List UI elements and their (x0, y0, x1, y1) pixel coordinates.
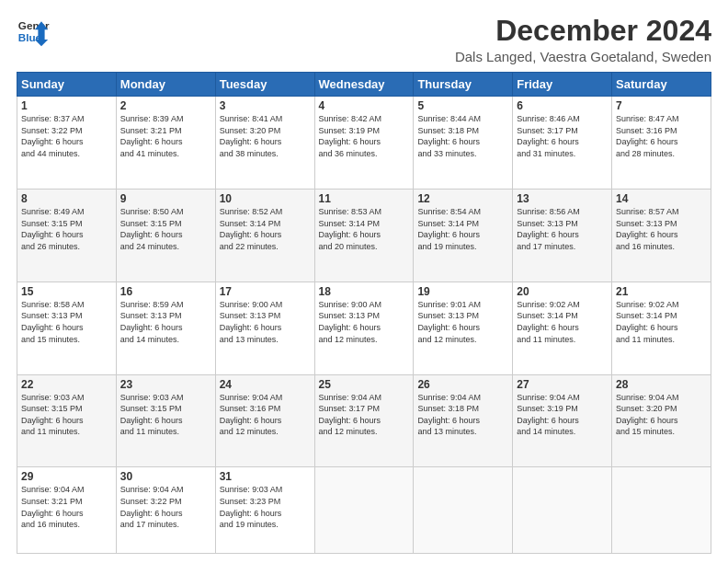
col-tuesday: Tuesday (215, 73, 314, 97)
day-info: Sunrise: 9:03 AM Sunset: 3:15 PM Dayligh… (21, 392, 112, 438)
table-row: 13Sunrise: 8:56 AM Sunset: 3:13 PM Dayli… (513, 190, 612, 282)
table-row (414, 467, 513, 554)
day-number: 1 (21, 99, 112, 112)
table-row: 5Sunrise: 8:44 AM Sunset: 3:18 PM Daylig… (414, 97, 513, 190)
col-thursday: Thursday (414, 73, 513, 97)
day-info: Sunrise: 9:04 AM Sunset: 3:19 PM Dayligh… (517, 392, 608, 438)
day-info: Sunrise: 8:56 AM Sunset: 3:13 PM Dayligh… (517, 206, 608, 252)
table-row: 12Sunrise: 8:54 AM Sunset: 3:14 PM Dayli… (414, 190, 513, 282)
day-number: 31 (220, 470, 311, 483)
logo-icon: General Blue (17, 15, 50, 48)
day-info: Sunrise: 8:46 AM Sunset: 3:17 PM Dayligh… (517, 113, 608, 159)
day-number: 15 (21, 285, 112, 298)
day-info: Sunrise: 8:57 AM Sunset: 3:13 PM Dayligh… (616, 206, 707, 252)
day-info: Sunrise: 9:03 AM Sunset: 3:15 PM Dayligh… (120, 392, 211, 438)
calendar-table: Sunday Monday Tuesday Wednesday Thursday… (17, 72, 711, 554)
day-number: 2 (120, 99, 211, 112)
day-number: 12 (417, 192, 508, 205)
day-info: Sunrise: 9:00 AM Sunset: 3:13 PM Dayligh… (319, 299, 410, 345)
table-row: 15Sunrise: 8:58 AM Sunset: 3:13 PM Dayli… (17, 282, 117, 374)
day-info: Sunrise: 9:04 AM Sunset: 3:22 PM Dayligh… (120, 484, 211, 530)
table-row (513, 467, 612, 554)
col-wednesday: Wednesday (314, 73, 414, 97)
page: General Blue December 2024 Dals Langed, … (0, 0, 728, 563)
day-number: 8 (21, 192, 112, 205)
day-number: 30 (120, 470, 211, 483)
day-number: 5 (417, 99, 508, 112)
day-number: 7 (616, 99, 707, 112)
day-info: Sunrise: 8:49 AM Sunset: 3:15 PM Dayligh… (21, 206, 112, 252)
table-row: 8Sunrise: 8:49 AM Sunset: 3:15 PM Daylig… (17, 190, 117, 282)
day-info: Sunrise: 8:58 AM Sunset: 3:13 PM Dayligh… (21, 299, 112, 345)
table-row: 4Sunrise: 8:42 AM Sunset: 3:19 PM Daylig… (314, 97, 414, 190)
day-number: 11 (319, 192, 410, 205)
title-block: December 2024 Dals Langed, Vaestra Goeta… (455, 15, 711, 64)
day-info: Sunrise: 9:04 AM Sunset: 3:21 PM Dayligh… (21, 484, 112, 530)
main-title: December 2024 (455, 15, 711, 47)
day-info: Sunrise: 8:47 AM Sunset: 3:16 PM Dayligh… (616, 113, 707, 159)
day-info: Sunrise: 9:03 AM Sunset: 3:23 PM Dayligh… (220, 484, 311, 530)
day-number: 20 (517, 285, 608, 298)
day-number: 4 (319, 99, 410, 112)
header: General Blue December 2024 Dals Langed, … (17, 15, 711, 64)
day-info: Sunrise: 8:37 AM Sunset: 3:22 PM Dayligh… (21, 113, 112, 159)
day-number: 14 (616, 192, 707, 205)
day-number: 13 (517, 192, 608, 205)
table-row: 28Sunrise: 9:04 AM Sunset: 3:20 PM Dayli… (612, 374, 711, 467)
day-number: 28 (616, 378, 707, 391)
col-monday: Monday (116, 73, 215, 97)
day-info: Sunrise: 8:53 AM Sunset: 3:14 PM Dayligh… (319, 206, 410, 252)
table-row: 9Sunrise: 8:50 AM Sunset: 3:15 PM Daylig… (116, 190, 215, 282)
day-number: 26 (417, 378, 508, 391)
day-info: Sunrise: 8:42 AM Sunset: 3:19 PM Dayligh… (319, 113, 410, 159)
day-info: Sunrise: 9:04 AM Sunset: 3:16 PM Dayligh… (220, 392, 311, 438)
day-number: 18 (319, 285, 410, 298)
table-row: 20Sunrise: 9:02 AM Sunset: 3:14 PM Dayli… (513, 282, 612, 374)
day-info: Sunrise: 9:04 AM Sunset: 3:20 PM Dayligh… (616, 392, 707, 438)
table-row: 16Sunrise: 8:59 AM Sunset: 3:13 PM Dayli… (116, 282, 215, 374)
day-number: 23 (120, 378, 211, 391)
table-row: 25Sunrise: 9:04 AM Sunset: 3:17 PM Dayli… (314, 374, 414, 467)
day-number: 19 (417, 285, 508, 298)
day-info: Sunrise: 8:52 AM Sunset: 3:14 PM Dayligh… (220, 206, 311, 252)
day-number: 6 (517, 99, 608, 112)
day-info: Sunrise: 9:04 AM Sunset: 3:18 PM Dayligh… (417, 392, 508, 438)
table-row: 19Sunrise: 9:01 AM Sunset: 3:13 PM Dayli… (414, 282, 513, 374)
day-info: Sunrise: 8:41 AM Sunset: 3:20 PM Dayligh… (220, 113, 311, 159)
table-row (612, 467, 711, 554)
table-row: 6Sunrise: 8:46 AM Sunset: 3:17 PM Daylig… (513, 97, 612, 190)
table-row: 2Sunrise: 8:39 AM Sunset: 3:21 PM Daylig… (116, 97, 215, 190)
day-number: 21 (616, 285, 707, 298)
day-info: Sunrise: 9:02 AM Sunset: 3:14 PM Dayligh… (517, 299, 608, 345)
svg-text:General: General (18, 19, 50, 31)
table-row: 11Sunrise: 8:53 AM Sunset: 3:14 PM Dayli… (314, 190, 414, 282)
logo: General Blue (17, 15, 50, 48)
table-row: 7Sunrise: 8:47 AM Sunset: 3:16 PM Daylig… (612, 97, 711, 190)
table-row: 17Sunrise: 9:00 AM Sunset: 3:13 PM Dayli… (215, 282, 314, 374)
table-row: 21Sunrise: 9:02 AM Sunset: 3:14 PM Dayli… (612, 282, 711, 374)
day-number: 10 (220, 192, 311, 205)
table-row: 31Sunrise: 9:03 AM Sunset: 3:23 PM Dayli… (215, 467, 314, 554)
calendar-header-row: Sunday Monday Tuesday Wednesday Thursday… (17, 73, 711, 97)
table-row: 26Sunrise: 9:04 AM Sunset: 3:18 PM Dayli… (414, 374, 513, 467)
day-info: Sunrise: 8:54 AM Sunset: 3:14 PM Dayligh… (417, 206, 508, 252)
subtitle: Dals Langed, Vaestra Goetaland, Sweden (455, 49, 711, 64)
day-number: 3 (220, 99, 311, 112)
table-row: 27Sunrise: 9:04 AM Sunset: 3:19 PM Dayli… (513, 374, 612, 467)
day-number: 27 (517, 378, 608, 391)
table-row: 3Sunrise: 8:41 AM Sunset: 3:20 PM Daylig… (215, 97, 314, 190)
table-row (314, 467, 414, 554)
table-row: 10Sunrise: 8:52 AM Sunset: 3:14 PM Dayli… (215, 190, 314, 282)
day-info: Sunrise: 9:04 AM Sunset: 3:17 PM Dayligh… (319, 392, 410, 438)
day-number: 29 (21, 470, 112, 483)
day-info: Sunrise: 9:02 AM Sunset: 3:14 PM Dayligh… (616, 299, 707, 345)
table-row: 1Sunrise: 8:37 AM Sunset: 3:22 PM Daylig… (17, 97, 117, 190)
day-number: 24 (220, 378, 311, 391)
col-saturday: Saturday (612, 73, 711, 97)
table-row: 24Sunrise: 9:04 AM Sunset: 3:16 PM Dayli… (215, 374, 314, 467)
table-row: 18Sunrise: 9:00 AM Sunset: 3:13 PM Dayli… (314, 282, 414, 374)
day-info: Sunrise: 8:59 AM Sunset: 3:13 PM Dayligh… (120, 299, 211, 345)
col-sunday: Sunday (17, 73, 117, 97)
day-number: 22 (21, 378, 112, 391)
table-row: 14Sunrise: 8:57 AM Sunset: 3:13 PM Dayli… (612, 190, 711, 282)
